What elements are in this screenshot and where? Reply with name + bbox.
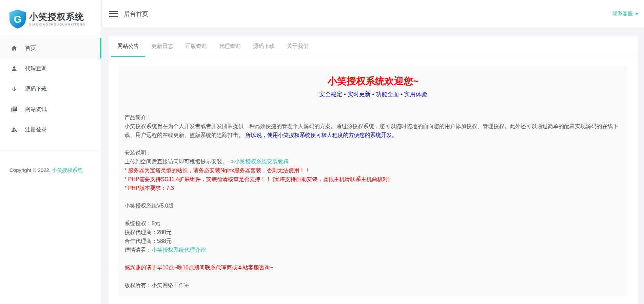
brand-subtitle: XIAOXIAOSHOUQUANXITONG	[29, 23, 85, 26]
sidebar-item-label: 代理查询	[25, 65, 47, 72]
price-agent: 授权代理商：288元	[124, 228, 622, 237]
sidebar-item-agent-query[interactable]: 代理查询	[0, 58, 101, 79]
intro-highlight: 所以说，使用小笑授权系统便可极大程度的方便您的系统开发。	[244, 132, 397, 138]
sidebar-item-register-login[interactable]: 注册登录	[0, 120, 101, 140]
tab-update-log[interactable]: 更新日志	[145, 36, 179, 57]
version-line: 小笑授权系统V5.0版	[124, 201, 622, 210]
contact-service-dropdown[interactable]: 联系客服	[612, 11, 639, 17]
warning-nginx: * 服务器为宝塔类型的站长，请务必安装Nginx服务器套装，否则无法使用！！	[124, 166, 622, 175]
download-arrow-icon	[11, 86, 18, 92]
tab-bar: 网站公告 更新日志 正版查询 代理查询 源码下载 关于我们	[109, 36, 638, 57]
sidebar-item-source-download[interactable]: 源码下载	[0, 79, 101, 99]
main-content: 网站公告 更新日志 正版查询 代理查询 源码下载 关于我们 小笑授权系统欢迎您~…	[102, 28, 644, 304]
sidebar-item-home[interactable]: 首页	[0, 38, 101, 58]
intro-label: 产品简介：	[124, 113, 622, 122]
install-label: 安装说明：	[124, 148, 622, 157]
detail-label: 详情请看：	[124, 247, 152, 253]
tab-genuine-query[interactable]: 正版查询	[179, 36, 213, 57]
tab-about-us[interactable]: 关于我们	[281, 36, 315, 57]
content-card: 网站公告 更新日志 正版查询 代理查询 源码下载 关于我们 小笑授权系统欢迎您~…	[109, 36, 638, 304]
price-system: 系统授权：5元	[124, 219, 622, 228]
brand-title: 小笑授权系统	[29, 12, 85, 22]
price-partner: 合作代理商：588元	[124, 237, 622, 246]
page-title: 后台首页	[124, 10, 148, 18]
warning-php-version: * PHP版本要求：7.3	[124, 184, 622, 193]
shield-logo-icon: G	[9, 9, 26, 29]
announcement-title: 小笑授权系统欢迎您~	[124, 75, 622, 87]
menu-toggle-icon[interactable]	[109, 9, 118, 18]
detail-line: 详情请看：小笑授权系统代理介绍	[124, 246, 622, 254]
intro-paragraph: 小笑授权系统旨在为个人开发者或者开发团队提供一种高效便捷的管理个人源码的方案。通…	[124, 122, 622, 140]
user-settings-icon	[11, 126, 18, 133]
tab-site-announcement[interactable]: 网站公告	[111, 36, 145, 57]
sidebar-copyright: Copyright © 2022. 小笑授权系统	[0, 150, 101, 174]
tab-source-download[interactable]: 源码下载	[247, 36, 281, 57]
copyright-owner: 版权所有：小笑网络工作室	[124, 281, 622, 290]
sidebar-item-label: 网站资讯	[25, 106, 47, 113]
announcement-subtitle: 安全稳定 • 实时更新 • 功能全面 • 实用体验	[124, 91, 622, 98]
news-icon	[11, 106, 18, 113]
copyright-text: Copyright © 2022.	[9, 167, 52, 173]
home-icon	[11, 45, 18, 52]
sidebar: G 小笑授权系统 XIAOXIAOSHOUQUANXITONG 首页 代理查询 …	[0, 0, 102, 304]
announcement-panel: 小笑授权系统欢迎您~ 安全稳定 • 实时更新 • 功能全面 • 实用体验 产品简…	[119, 66, 627, 297]
sidebar-item-label: 源码下载	[25, 86, 47, 93]
warning-sg11: * PHP需要支持SG11.4扩展组件，安装前请核查是否支持！！ [宝塔支持自助…	[124, 175, 622, 184]
agent-intro-link[interactable]: 小笑授权系统代理介绍	[152, 247, 206, 253]
sidebar-menu: 首页 代理查询 源码下载 网站资讯 注册登录	[0, 38, 101, 140]
logo[interactable]: G 小笑授权系统 XIAOXIAOSHOUQUANXITONG	[0, 0, 101, 38]
sidebar-item-label: 注册登录	[25, 126, 47, 133]
person-icon	[11, 65, 18, 72]
install-tutorial-link[interactable]: 小笑授权系统安装教程	[234, 159, 289, 164]
top-header: 后台首页 联系客服	[102, 0, 644, 28]
sidebar-item-label: 首页	[25, 45, 36, 52]
install-text: 上传到空间后直接访问即可根据提示安装。-->	[124, 159, 234, 164]
tab-agent-query[interactable]: 代理查询	[213, 36, 247, 57]
brand-text: 小笑授权系统 XIAOXIAOSHOUQUANXITONG	[29, 12, 85, 26]
announcement-body: 产品简介： 小笑授权系统旨在为个人开发者或者开发团队提供一种高效便捷的管理个人源…	[124, 113, 622, 290]
contact-notice: 感兴趣的请于早10点~晚10点期间联系代理商或本站客服咨询~	[124, 263, 622, 272]
sidebar-item-site-news[interactable]: 网站资讯	[0, 99, 101, 120]
chevron-down-icon	[635, 13, 639, 15]
install-line: 上传到空间后直接访问即可根据提示安装。-->小笑授权系统安装教程	[124, 157, 622, 166]
copyright-brand-link[interactable]: 小笑授权系统	[52, 167, 82, 173]
contact-service-label: 联系客服	[612, 11, 633, 17]
shield-letter: G	[14, 14, 21, 25]
